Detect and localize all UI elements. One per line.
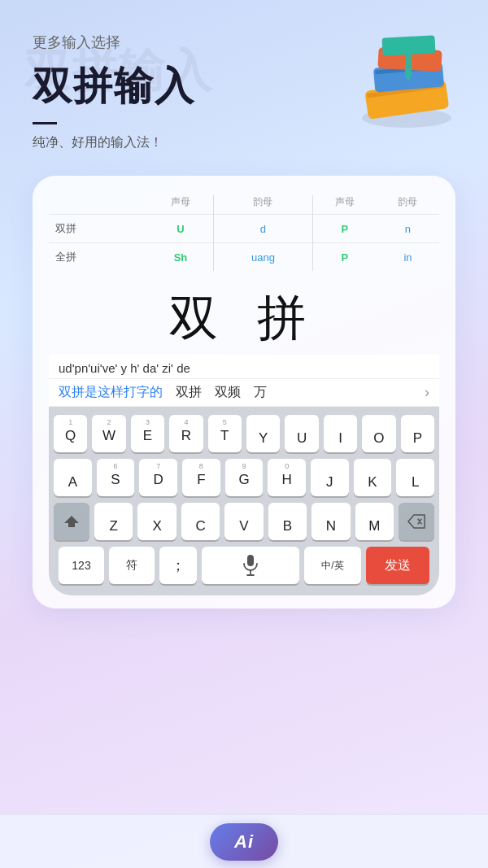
- label-shuangpin: 双拼: [49, 215, 148, 243]
- key-p[interactable]: P: [401, 415, 434, 452]
- key-fu[interactable]: 符: [109, 547, 155, 584]
- quanpin-final1: uang: [214, 243, 313, 272]
- suggestion-primary[interactable]: 双拼是这样打字的: [59, 384, 163, 401]
- key-l[interactable]: L: [396, 459, 434, 496]
- key-f[interactable]: 8F: [182, 459, 220, 496]
- suggestion-1[interactable]: 双拼: [176, 384, 202, 401]
- key-123[interactable]: 123: [59, 547, 104, 584]
- key-w[interactable]: 2W: [92, 415, 125, 452]
- phone-section: 声母 韵母 声母 韵母 双拼 U d P n 全拼 Sh uang P: [0, 168, 488, 868]
- quanpin-final2: in: [377, 243, 439, 272]
- key-n[interactable]: N: [312, 503, 350, 540]
- key-q[interactable]: 1Q: [54, 415, 87, 452]
- key-s[interactable]: 6S: [97, 459, 135, 496]
- key-d[interactable]: 7D: [139, 459, 177, 496]
- ai-section: Ai: [0, 814, 488, 868]
- keyboard-area: ud'pn'ui've' y h' da' zi' de 双拼是这样打字的 双拼…: [49, 355, 439, 595]
- key-x[interactable]: X: [137, 503, 176, 540]
- key-c[interactable]: C: [181, 503, 220, 540]
- suggestions-bar: 双拼是这样打字的 双拼 双频 万 ›: [49, 379, 439, 407]
- key-a[interactable]: A: [54, 459, 92, 496]
- suggestion-2[interactable]: 双频: [215, 384, 241, 401]
- key-b[interactable]: B: [268, 503, 307, 540]
- title-divider: [33, 122, 57, 124]
- input-bar[interactable]: ud'pn'ui've' y h' da' zi' de: [49, 355, 439, 379]
- shuangpin-initial2: P: [312, 215, 377, 243]
- svg-rect-9: [247, 555, 254, 566]
- key-row-3: Z X C V B N M: [54, 503, 434, 540]
- header-yunmu-1: 韵母: [214, 195, 313, 215]
- backspace-key[interactable]: [399, 503, 434, 540]
- key-j[interactable]: J: [311, 459, 349, 496]
- key-v[interactable]: V: [224, 503, 263, 540]
- bottom-key-row: 123 符 ； 中/英 发送: [54, 547, 434, 589]
- phone-mockup: 声母 韵母 声母 韵母 双拼 U d P n 全拼 Sh uang P: [33, 176, 455, 608]
- key-zh-en[interactable]: 中/英: [304, 547, 361, 584]
- header-shengmu-2: 声母: [312, 195, 377, 215]
- key-semicolon[interactable]: ；: [159, 547, 197, 584]
- pinyin-table: 声母 韵母 声母 韵母 双拼 U d P n 全拼 Sh uang P: [49, 195, 439, 271]
- key-t[interactable]: 5T: [208, 415, 242, 452]
- key-r[interactable]: 4R: [169, 415, 203, 452]
- key-e[interactable]: 3E: [131, 415, 164, 452]
- quanpin-initial1: Sh: [148, 243, 214, 272]
- key-u[interactable]: U: [285, 415, 318, 452]
- shift-key[interactable]: [54, 503, 89, 540]
- key-z[interactable]: Z: [94, 503, 133, 540]
- svg-rect-6: [381, 35, 435, 55]
- ai-button[interactable]: Ai: [210, 823, 278, 861]
- key-o[interactable]: O: [362, 415, 395, 452]
- key-h[interactable]: 0H: [268, 459, 306, 496]
- shuangpin-final1: d: [214, 215, 313, 243]
- suggestion-3[interactable]: 万: [254, 384, 267, 401]
- label-quanpin: 全拼: [49, 243, 148, 272]
- key-mic[interactable]: [202, 547, 299, 584]
- shuangpin-initial1: U: [148, 215, 214, 243]
- quanpin-initial2: P: [312, 243, 377, 272]
- key-i[interactable]: I: [324, 415, 357, 452]
- header-yunmu-2: 韵母: [377, 195, 439, 215]
- suggestion-more-arrow[interactable]: ›: [425, 384, 429, 401]
- send-button[interactable]: 发送: [366, 547, 429, 584]
- key-m[interactable]: M: [355, 503, 394, 540]
- keyboard: 1Q 2W 3E 4R 5T Y U I O P A 6S: [49, 407, 439, 595]
- key-row-2: A 6S 7D 8F 9G 0H J K L: [54, 459, 434, 496]
- header-shengmu-1: 声母: [148, 195, 214, 215]
- key-row-1: 1Q 2W 3E 4R 5T Y U I O P: [54, 415, 434, 452]
- shuangpin-final2: n: [377, 215, 439, 243]
- key-g[interactable]: 9G: [225, 459, 264, 496]
- big-chars-display: 双 拼: [49, 277, 439, 355]
- top-section: 双拼输入 更多输入选择 双拼输入 纯净、好用的输入法！: [0, 0, 488, 168]
- key-k[interactable]: K: [354, 459, 392, 496]
- page-title: 双拼输入: [33, 60, 455, 112]
- key-y[interactable]: Y: [246, 415, 280, 452]
